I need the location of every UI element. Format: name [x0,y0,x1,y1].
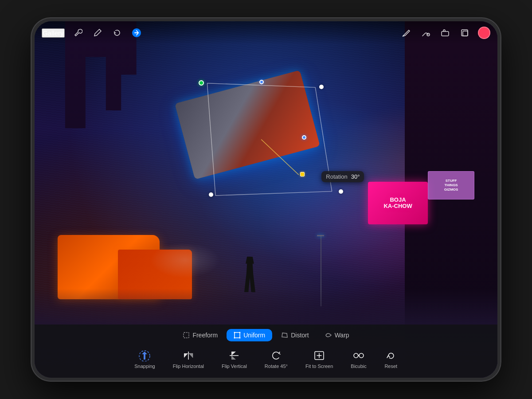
svg-point-12 [234,332,235,333]
draw-icon[interactable] [400,27,412,39]
svg-rect-9 [463,31,468,36]
fit-to-screen-icon [313,349,326,362]
color-swatch[interactable] [478,27,490,39]
rotation-label: Rotation [326,173,347,180]
svg-point-18 [354,353,358,358]
mode-uniform-button[interactable]: Uniform [227,329,272,341]
sign-boja: BOJA KA-CHOW [368,182,428,224]
layers-icon[interactable] [458,27,471,39]
svg-point-13 [239,332,241,333]
svg-rect-7 [442,31,449,36]
gallery-button[interactable]: Gallery [42,28,65,38]
flip-vertical-label: Flip Vertical [222,364,247,369]
svg-rect-8 [462,30,468,36]
toolbar-left: Gallery [42,27,143,39]
stylus-icon[interactable] [91,27,104,39]
top-toolbar: Gallery [35,21,497,44]
tools-bar: Snapping Flip Horizontal [35,344,497,378]
bicubic-icon [352,349,365,362]
bottom-toolbar: Freeform Uniform Dis [35,325,497,378]
svg-point-19 [359,353,364,358]
fit-to-screen-label: Fit to Screen [305,364,333,369]
screen: BOJA KA-CHOW STUFF THINGS GIZMOS [35,21,497,378]
freeform-label: Freeform [192,332,218,339]
bicubic-label: Bicubic [351,364,366,369]
flip-vertical-button[interactable]: Flip Vertical [213,348,256,371]
steam-cloud [150,243,220,278]
rotation-value: 30° [351,173,360,180]
device-frame: BOJA KA-CHOW STUFF THINGS GIZMOS [31,18,501,381]
svg-point-14 [234,337,235,339]
reset-button[interactable]: Reset [376,348,407,371]
sign-stuff: STUFF THINGS GIZMOS [428,171,474,200]
transform-mode-icon[interactable] [130,27,143,39]
history-icon[interactable] [111,27,123,39]
rotation-tooltip: Rotation 30° [321,171,364,182]
distort-label: Distort [291,332,309,339]
mode-freeform-button[interactable]: Freeform [176,329,225,341]
flip-horizontal-label: Flip Horizontal [173,364,204,369]
svg-rect-11 [235,332,240,338]
snapping-button[interactable]: Snapping [125,348,164,371]
rotate-45-button[interactable]: Rotate 45° [256,348,297,371]
reset-icon [384,349,398,362]
transform-mode-bar: Freeform Uniform Dis [35,325,497,344]
mode-distort-button[interactable]: Distort [274,329,316,341]
toolbar-right [400,27,490,39]
snapping-icon [138,349,151,362]
erase-icon[interactable] [439,27,451,39]
uniform-label: Uniform [243,332,265,339]
flip-horizontal-button[interactable]: Flip Horizontal [164,348,213,371]
svg-rect-10 [184,332,189,338]
rotate-45-label: Rotate 45° [265,364,288,369]
flip-vertical-icon [227,349,241,362]
reset-label: Reset [384,364,397,369]
flip-horizontal-icon [182,349,195,362]
bicubic-button[interactable]: Bicubic [342,348,375,371]
snapping-label: Snapping [134,364,155,369]
rotate-45-icon [270,349,283,362]
mode-warp-button[interactable]: Warp [318,329,356,341]
smudge-icon[interactable] [419,27,432,39]
warp-label: Warp [335,332,349,339]
svg-point-15 [239,337,241,339]
fit-to-screen-button[interactable]: Fit to Screen [297,348,342,371]
wrench-icon[interactable] [72,27,84,39]
